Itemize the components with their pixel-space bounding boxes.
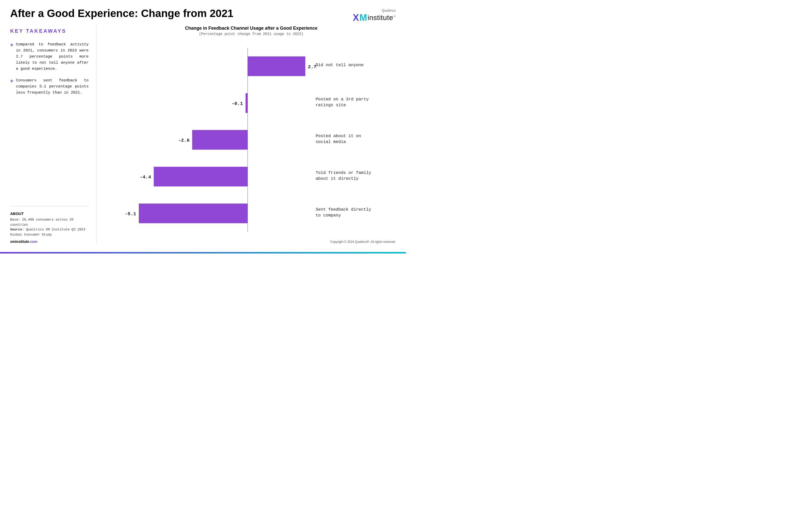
content-row: KEY TAKEAWAYS + Compared to feedback act…: [10, 25, 396, 244]
logo-area: Qualtrics X M institute™: [353, 8, 396, 23]
xm-logo: X M institute™: [353, 12, 396, 23]
m-letter: M: [360, 12, 367, 23]
chart-subtitle: (Percentage point change from 2021 usage…: [107, 32, 396, 36]
chart-svg: 2.7Did not tell anyone-0.1Posted on a 3r…: [107, 41, 396, 238]
svg-text:social media: social media: [316, 139, 346, 144]
source-bold: Source: [10, 228, 22, 231]
bottom-bar: [0, 252, 406, 253]
about-base: Base: 28,400 consumers across 26 countri…: [10, 217, 89, 227]
copyright: Copyright © 2024 Qualtrics®. All rights …: [107, 238, 396, 244]
right-panel: Change in Feedback Channel Usage after a…: [96, 25, 396, 244]
svg-text:-4.4: -4.4: [140, 174, 151, 180]
website-plain: .com: [29, 239, 38, 244]
qualtrics-label: Qualtrics: [382, 9, 396, 12]
takeaway-text-2: Consumers sent feedback to companies 5.1…: [16, 77, 89, 96]
takeaway-item-1: + Compared to feedback activity in 2021,…: [10, 42, 89, 72]
svg-text:-2.6: -2.6: [178, 138, 190, 143]
takeaway-plus-2: +: [10, 77, 13, 96]
svg-text:Told friends or family: Told friends or family: [316, 170, 371, 175]
key-takeaways-label: KEY TAKEAWAYS: [10, 28, 89, 34]
page-container: After a Good Experience: Change from 202…: [0, 0, 406, 253]
institute-word: institute™: [368, 14, 396, 22]
takeaway-text-1: Compared to feedback activity in 2021, c…: [16, 42, 89, 72]
svg-text:Did not tell anyone: Did not tell anyone: [316, 63, 364, 67]
x-letter: X: [353, 12, 359, 23]
takeaway-item-2: + Consumers sent feedback to companies 5…: [10, 77, 89, 96]
svg-text:-0.1: -0.1: [232, 101, 243, 107]
chart-title: Change in Feedback Channel Usage after a…: [107, 25, 396, 31]
about-label: ABOUT: [10, 212, 89, 216]
left-panel: KEY TAKEAWAYS + Compared to feedback act…: [10, 25, 96, 244]
svg-text:Posted on a 3rd party: Posted on a 3rd party: [316, 97, 369, 102]
svg-rect-16: [139, 204, 248, 223]
website-bold: xminstitute: [10, 239, 29, 244]
svg-rect-12: [154, 167, 248, 186]
left-top: KEY TAKEAWAYS + Compared to feedback act…: [10, 28, 89, 206]
svg-text:to company: to company: [316, 213, 341, 218]
svg-text:about it directly: about it directly: [316, 176, 359, 181]
svg-text:ratings site: ratings site: [316, 103, 346, 108]
left-bottom: ABOUT Base: 28,400 consumers across 26 c…: [10, 206, 89, 244]
chart-svg-container: 2.7Did not tell anyone-0.1Posted on a 3r…: [107, 41, 396, 238]
about-source: Source: Qualtrics XM Institute Q3 2023 G…: [10, 227, 89, 237]
svg-text:2.7: 2.7: [308, 64, 316, 70]
takeaway-plus-1: +: [10, 42, 13, 72]
svg-text:-5.1: -5.1: [125, 211, 136, 217]
header-row: After a Good Experience: Change from 202…: [10, 8, 396, 23]
page-title: After a Good Experience: Change from 202…: [10, 8, 234, 19]
svg-text:Sent feedback directly: Sent feedback directly: [316, 207, 371, 212]
svg-text:Posted about it on: Posted about it on: [316, 133, 361, 138]
website-link: xminstitute.com: [10, 239, 89, 244]
svg-rect-8: [192, 130, 248, 150]
svg-rect-1: [248, 56, 305, 76]
svg-rect-4: [246, 93, 248, 113]
